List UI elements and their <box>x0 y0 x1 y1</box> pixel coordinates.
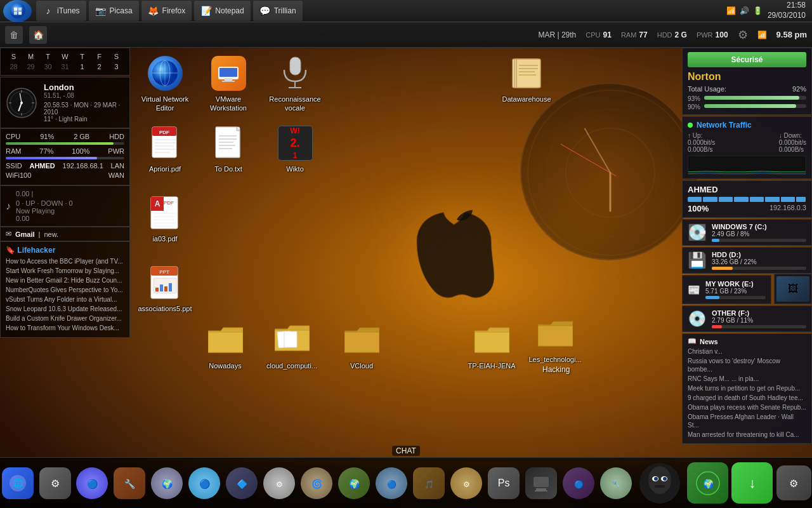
lh-item-7[interactable]: How to Transform Your Windows Desk... <box>6 324 124 332</box>
lh-item-3[interactable]: NumberQuotes Gives Perspective to Yo... <box>6 286 124 294</box>
taskbar-app-itunes[interactable]: ♪ iTunes <box>36 1 86 21</box>
dock-item-9[interactable]: 🌍 <box>337 465 372 502</box>
dock-item-0[interactable]: 🌐 <box>0 465 35 502</box>
icon-datawarehouse[interactable]: Datawarehouse <box>498 54 555 104</box>
dock-item-6[interactable]: 🔷 <box>225 465 259 502</box>
hdd-icon-c: 💽 <box>688 224 707 241</box>
cal-header-s: S <box>6 52 22 61</box>
user-percentage: 100% <box>688 204 709 213</box>
dock-item-12[interactable]: ⚙ <box>449 465 484 502</box>
lh-item-2[interactable]: New in Better Gmail 2: Hide Buzz Coun... <box>6 276 124 284</box>
icon-apriori[interactable]: PDF Apriori.pdf <box>136 124 193 173</box>
ssid-value: AHMED <box>29 162 55 170</box>
dock-item-15[interactable]: 🔵 <box>561 465 596 502</box>
icon-reconnaissance[interactable]: Reconnaissance vocale <box>266 54 324 113</box>
icon-todo[interactable]: To Do.txt <box>200 124 257 173</box>
news-item-6[interactable]: Obama Presses Afghan Leader · Wall St... <box>688 413 806 429</box>
drive-e-bar <box>705 296 766 299</box>
icon-wikto[interactable]: W! 2. 1 Wikto <box>266 124 324 173</box>
norton-secure-button[interactable]: Sécurisé <box>688 52 806 67</box>
download-icon: 🌍 <box>687 462 728 504</box>
norton-bar1 <box>704 96 806 100</box>
news-item-3[interactable]: Meek turns in petition to get on Repub..… <box>688 384 806 392</box>
pwr-info: PWR 100 <box>697 30 728 39</box>
icon-cloud[interactable]: cloud_computi... <box>263 321 320 370</box>
cloud-icon <box>273 321 311 359</box>
start-button[interactable] <box>3 0 32 22</box>
news-item-7[interactable]: Man arrested for threatening to kill Ca.… <box>688 431 806 439</box>
icon-associations[interactable]: PPT associations5.ppt <box>136 264 193 313</box>
cal-day-30: 30 <box>40 62 56 71</box>
cal-day-3[interactable]: 3 <box>108 62 124 71</box>
dock-item-7[interactable]: ⚙ <box>262 465 297 502</box>
gmail-widget[interactable]: ✉ Gmail | new. <box>0 227 130 241</box>
dock-item-3[interactable]: 🔧 <box>112 465 147 502</box>
taskbar-app-firefox[interactable]: 🦊 Firefox <box>141 1 192 21</box>
cal-day-31: 31 <box>57 62 73 71</box>
norton-bar1-fill <box>704 96 799 100</box>
news-item-0[interactable]: Christian v... <box>688 347 806 356</box>
dock-hacker-avatar[interactable] <box>636 461 684 505</box>
taskbar-right: 📶 🔊 🔋 21:58 29/03/2010 <box>726 1 812 20</box>
news-item-2[interactable]: RNC Says M... ... in pla... <box>688 375 806 383</box>
icon-virtual-network[interactable]: Virtual Network Editor <box>136 54 193 113</box>
dock-item-14[interactable] <box>524 465 559 502</box>
cal-day-1[interactable]: 1 <box>74 62 90 71</box>
wifi-value: 100 <box>20 171 31 179</box>
dock-icon-6: 🔷 <box>226 467 258 499</box>
dock-item-5[interactable]: 🔵 <box>187 465 222 502</box>
icon-vcloud[interactable]: VCloud <box>333 321 390 370</box>
icon-les-techno[interactable]: Les_technologi... <box>527 314 584 364</box>
svg-rect-66 <box>160 284 163 291</box>
dock-item-2[interactable]: 🔵 <box>75 465 110 502</box>
news-item-5[interactable]: Obama plays recess with Senate Repub... <box>688 403 806 411</box>
svg-text:🌍: 🌍 <box>349 479 360 490</box>
dock-item-10[interactable]: 🔵 <box>374 465 409 502</box>
dock-item-4[interactable]: 🌍 <box>150 465 185 502</box>
lh-item-0[interactable]: How to Access the BBC iPlayer (and TV... <box>6 257 124 265</box>
taskbar-app-notepad[interactable]: 📝 Notepad <box>194 1 250 21</box>
news-item-1[interactable]: Russia vows to 'destroy' Moscow bombe... <box>688 357 806 373</box>
lh-item-5[interactable]: Snow Leopard 10.6.3 Update Released... <box>6 305 124 313</box>
down-stats: ↓ Down: 0.000bit/s 0.000B/s <box>779 132 806 153</box>
dock-last-icon[interactable]: ⚙ <box>776 464 812 502</box>
taskbar-app-trillian[interactable]: 💬 Trillian <box>253 1 303 21</box>
svg-rect-65 <box>155 288 159 291</box>
wikto-logo: W! 2. 1 <box>278 126 313 161</box>
lh-item-1[interactable]: Start Work Fresh Tomorrow by Slaying... <box>6 267 124 275</box>
cpu-value: 91% <box>40 133 54 140</box>
lh-item-4[interactable]: vSubst Turns Any Folder into a Virtual..… <box>6 295 124 304</box>
cpu-bar <box>6 142 124 145</box>
vmware-label: VMware Workstation <box>202 95 256 113</box>
taskbar-app-picasa[interactable]: 📷 Picasa <box>89 1 139 21</box>
lh-item-6[interactable]: Build a Custom Knife Drawer Organizer... <box>6 314 124 323</box>
icon-nowadays[interactable]: Nowadays <box>197 321 254 370</box>
wikto-icon: W! 2. 1 <box>276 124 314 162</box>
news-item-4[interactable]: 9 charged in death of South Hadley tee..… <box>688 394 806 402</box>
dock-torrent-icon[interactable]: ↓ <box>731 461 773 505</box>
dock-item-11[interactable]: 🎵 <box>412 465 447 502</box>
virtual-network-label: Virtual Network Editor <box>138 95 192 113</box>
drive-mywork-e: 📰 MY WORK (E:) 5.71 GB / 23% <box>682 275 771 304</box>
svg-rect-27 <box>222 81 235 82</box>
dock-item-13[interactable]: Ps <box>487 465 521 502</box>
dock-icon-15: 🔵 <box>563 467 594 499</box>
dock-download-icon[interactable]: 🌍 <box>686 461 728 505</box>
music-note-icon: ♪ <box>6 201 11 212</box>
dock-item-16[interactable]: 🔧 <box>599 465 634 502</box>
settings-icon[interactable]: ⚙ <box>738 28 748 42</box>
cal-day-2[interactable]: 2 <box>91 62 107 71</box>
vcloud-icon <box>343 321 381 359</box>
associations-label: associations5.ppt <box>138 304 192 313</box>
icon-tp-eiahjena[interactable]: TP-EIAH-JENA <box>463 321 520 370</box>
home-button[interactable]: 🏠 <box>29 26 47 44</box>
system-info-bar: MAR | 29th CPU 91 RAM 77 HDD 2 G PWR 100… <box>538 28 807 42</box>
picasa-icon: 📷 <box>95 5 107 17</box>
dock-item-8[interactable]: 🌀 <box>299 465 334 502</box>
recycle-bin-button[interactable]: 🗑 <box>5 26 23 44</box>
user-bar-seg3 <box>719 197 733 202</box>
icon-vmware[interactable]: VMware Workstation <box>200 54 257 113</box>
icon-ia03[interactable]: A PDF ia03.pdf <box>136 194 193 243</box>
svg-rect-10 <box>18 11 21 15</box>
dock-item-1[interactable]: ⚙ <box>37 465 72 502</box>
